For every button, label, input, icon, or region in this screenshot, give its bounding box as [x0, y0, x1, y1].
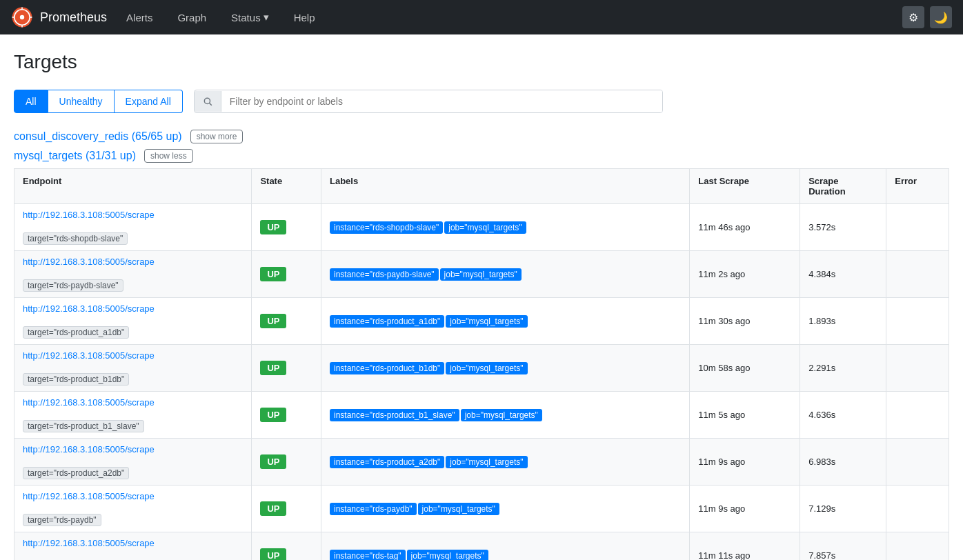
error-cell [886, 251, 949, 298]
label-badge: job="mysql_targets" [440, 268, 522, 281]
endpoint-link[interactable]: http://192.168.3.108:5005/scrape [23, 210, 243, 220]
labels-cell: instance="rds-product_a1db"job="mysql_ta… [321, 298, 690, 345]
labels-cell: instance="rds-product_a2db"job="mysql_ta… [321, 439, 690, 486]
labels-cell: instance="rds-product_b1db"job="mysql_ta… [321, 345, 690, 392]
last-scrape-cell: 11m 5s ago [690, 392, 800, 439]
unhealthy-button[interactable]: Unhealthy [48, 90, 115, 113]
endpoint-cell: http://192.168.3.108:5005/scrapetarget="… [14, 298, 252, 345]
status-badge: UP [260, 454, 286, 469]
table-row: http://192.168.3.108:5005/scrapetarget="… [14, 204, 949, 251]
endpoint-cell: http://192.168.3.108:5005/scrapetarget="… [14, 439, 252, 486]
show-more-consul-button[interactable]: show more [190, 130, 244, 143]
page-content: Targets All Unhealthy Expand All consul_… [0, 34, 963, 560]
search-wrapper [194, 90, 663, 113]
col-header-last-scrape: Last Scrape [690, 169, 800, 204]
svg-line-8 [209, 103, 211, 106]
nav-status-dropdown[interactable]: Status ▾ [226, 8, 275, 26]
status-badge: UP [260, 408, 286, 422]
endpoint-link[interactable]: http://192.168.3.108:5005/scrape [23, 397, 243, 408]
label-badge: job="mysql_targets" [444, 221, 526, 234]
last-scrape-cell: 11m 46s ago [690, 204, 800, 251]
target-badge: target="rds-product_a2db" [23, 467, 129, 479]
table-header: Endpoint State Labels Last Scrape Scrape… [14, 169, 949, 204]
service-group-consul: consul_discovery_redis (65/65 up) show m… [14, 130, 949, 143]
label-badge: job="mysql_targets" [418, 503, 499, 515]
scrape-duration-cell: 3.572s [800, 204, 886, 251]
scrape-duration-cell: 4.636s [800, 392, 886, 439]
scrape-duration-cell: 7.129s [800, 486, 886, 532]
filter-row: All Unhealthy Expand All [14, 90, 949, 113]
table-row: http://192.168.3.108:5005/scrapetarget="… [14, 251, 949, 298]
expand-all-button[interactable]: Expand All [115, 90, 183, 113]
endpoint-cell: http://192.168.3.108:5005/scrapetarget="… [14, 532, 252, 561]
col-header-state: State [252, 169, 321, 204]
nav-help[interactable]: Help [288, 9, 321, 26]
target-badge: target="rds-product_a1db" [23, 326, 129, 339]
label-badge: instance="rds-product_b1db" [330, 362, 444, 374]
service-link-mysql[interactable]: mysql_targets (31/31 up) [14, 150, 136, 162]
service-link-consul[interactable]: consul_discovery_redis (65/65 up) [14, 130, 182, 143]
label-badge: job="mysql_targets" [446, 456, 527, 468]
svg-point-7 [204, 98, 210, 103]
label-badge: instance="rds-product_a2db" [330, 456, 444, 468]
state-cell: UP [252, 392, 321, 439]
state-cell: UP [252, 345, 321, 392]
targets-table: Endpoint State Labels Last Scrape Scrape… [14, 168, 949, 560]
label-badge: instance="rds-paydb" [330, 503, 417, 515]
state-cell: UP [252, 532, 321, 561]
settings-button[interactable]: ⚙ [902, 6, 924, 28]
state-cell: UP [252, 298, 321, 345]
label-badge: job="mysql_targets" [446, 362, 527, 374]
page-title: Targets [14, 51, 949, 73]
scrape-duration-cell: 7.857s [800, 532, 886, 561]
table-row: http://192.168.3.108:5005/scrapetarget="… [14, 532, 949, 561]
brand-link[interactable]: Prometheus [11, 6, 107, 28]
label-badge: job="mysql_targets" [461, 409, 542, 421]
filter-btn-group: All Unhealthy Expand All [14, 90, 183, 113]
nav-alerts[interactable]: Alerts [121, 9, 158, 26]
label-badge: instance="rds-tag" [330, 550, 406, 561]
endpoint-link[interactable]: http://192.168.3.108:5005/scrape [23, 350, 243, 361]
status-badge: UP [260, 314, 286, 328]
search-icon [195, 91, 221, 112]
theme-toggle-button[interactable]: 🌙 [930, 6, 952, 28]
last-scrape-cell: 10m 58s ago [690, 345, 800, 392]
table-body: http://192.168.3.108:5005/scrapetarget="… [14, 204, 949, 561]
endpoint-link[interactable]: http://192.168.3.108:5005/scrape [23, 491, 243, 501]
label-badge: job="mysql_targets" [407, 550, 488, 561]
all-button[interactable]: All [14, 90, 48, 113]
status-badge: UP [260, 548, 286, 560]
endpoint-link[interactable]: http://192.168.3.108:5005/scrape [23, 257, 243, 267]
state-cell: UP [252, 251, 321, 298]
search-input[interactable] [221, 90, 662, 112]
scrape-duration-cell: 6.983s [800, 439, 886, 486]
nav-graph[interactable]: Graph [172, 9, 212, 26]
service-group-mysql: mysql_targets (31/31 up) show less [14, 149, 949, 163]
col-header-labels: Labels [321, 169, 690, 204]
brand-title: Prometheus [40, 10, 107, 25]
last-scrape-cell: 11m 9s ago [690, 439, 800, 486]
endpoint-link[interactable]: http://192.168.3.108:5005/scrape [23, 303, 243, 314]
target-badge: target="rds-product_b1db" [23, 373, 129, 386]
error-cell [886, 532, 949, 561]
endpoint-cell: http://192.168.3.108:5005/scrapetarget="… [14, 251, 252, 298]
table-row: http://192.168.3.108:5005/scrapetarget="… [14, 439, 949, 486]
last-scrape-cell: 11m 2s ago [690, 251, 800, 298]
col-header-scrape-duration: ScrapeDuration [800, 169, 886, 204]
label-badge: instance="rds-shopdb-slave" [330, 221, 443, 234]
show-less-mysql-button[interactable]: show less [144, 149, 193, 163]
state-cell: UP [252, 439, 321, 486]
col-header-error: Error [886, 169, 949, 204]
endpoint-cell: http://192.168.3.108:5005/scrapetarget="… [14, 204, 252, 251]
table-row: http://192.168.3.108:5005/scrapetarget="… [14, 298, 949, 345]
state-cell: UP [252, 204, 321, 251]
navbar: Prometheus Alerts Graph Status ▾ Help ⚙ … [0, 0, 963, 34]
last-scrape-cell: 11m 30s ago [690, 298, 800, 345]
target-badge: target="rds-paydb" [23, 514, 101, 526]
label-badge: instance="rds-product_b1_slave" [330, 409, 459, 421]
endpoint-link[interactable]: http://192.168.3.108:5005/scrape [23, 538, 243, 548]
chevron-down-icon: ▾ [264, 11, 269, 23]
error-cell [886, 298, 949, 345]
status-badge: UP [260, 267, 286, 281]
endpoint-link[interactable]: http://192.168.3.108:5005/scrape [23, 444, 243, 454]
